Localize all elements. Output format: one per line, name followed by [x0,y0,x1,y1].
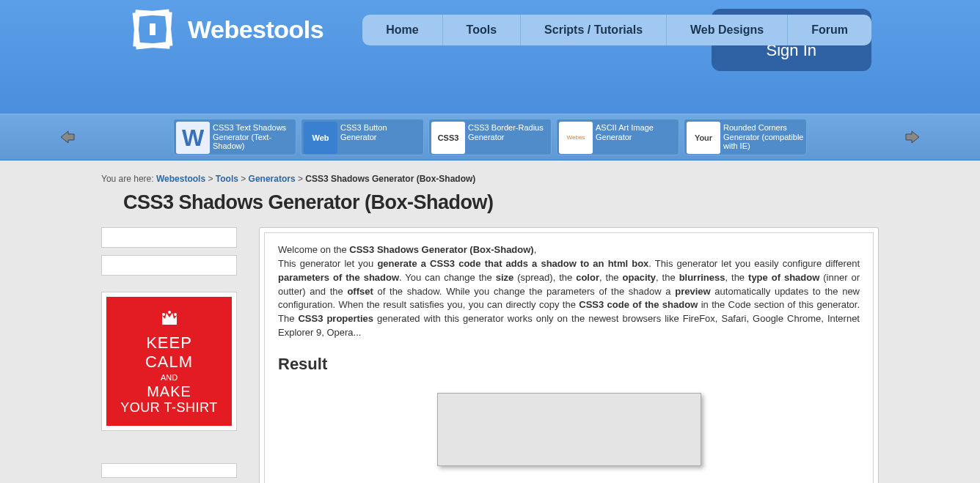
tool-label: CSS3 Button Generator [340,122,421,141]
shadow-preview-box [437,393,701,466]
svg-point-3 [162,313,165,316]
nav-home[interactable]: Home [362,15,442,45]
sidebar-ad-lower[interactable] [101,463,237,478]
sidebar: KEEP CALM AND MAKE YOUR T-SHIRT [101,227,237,478]
brand-logo-icon [131,7,175,51]
tool-card[interactable]: Webes ASCII Art Image Generator [556,119,679,155]
result-heading: Result [278,355,860,374]
tool-label: CSS3 Border-Radius Generator [468,122,549,141]
tool-thumb-icon: CSS3 [431,122,465,154]
breadcrumb-link[interactable]: Webestools [156,174,205,184]
svg-point-4 [168,311,171,314]
tools-carousel: W CSS3 Text Shadows Generator (Text-Shad… [0,114,980,161]
tool-card[interactable]: Your Rounded Corners Generator (compatib… [684,119,807,155]
brand-name: Webestools [188,15,323,44]
keep-calm-ad-image: KEEP CALM AND MAKE YOUR T-SHIRT [106,297,232,426]
tool-thumb-icon: Webes [559,122,593,154]
carousel-right-arrow-icon[interactable] [902,127,923,147]
nav-scripts[interactable]: Scripts / Tutorials [521,15,667,45]
tool-thumb-icon: W [176,122,210,154]
nav-webdesigns[interactable]: Web Designs [667,15,788,45]
tool-thumb-icon: Web [304,122,337,154]
page-title: CSS3 Shadows Generator (Box-Shadow) [101,191,879,214]
tool-label: Rounded Corners Generator (compatible wi… [723,122,804,151]
tool-card[interactable]: CSS3 CSS3 Border-Radius Generator [428,119,552,155]
breadcrumb-prefix: You are here: [101,174,154,184]
tool-card[interactable]: W CSS3 Text Shadows Generator (Text-Shad… [173,119,296,155]
site-header: Webestools Create Account Sign In Home T… [0,0,980,114]
carousel-left-arrow-icon[interactable] [57,127,78,147]
breadcrumb-current: CSS3 Shadows Generator (Box-Shadow) [305,174,475,184]
tool-label: ASCII Art Image Generator [596,122,676,141]
sidebar-ad[interactable]: KEEP CALM AND MAKE YOUR T-SHIRT [101,292,237,431]
tool-label: CSS3 Text Shadows Generator (Text-Shadow… [213,122,293,151]
svg-rect-2 [150,23,156,35]
breadcrumb-link[interactable]: Generators [249,174,296,184]
sidebar-slot [101,255,237,276]
tool-thumb-icon: Your [687,122,720,154]
sidebar-slot [101,227,237,248]
breadcrumb-link[interactable]: Tools [216,174,238,184]
svg-point-5 [174,313,177,316]
breadcrumb: You are here: Webestools > Tools > Gener… [101,171,879,191]
main-navigation: Home Tools Scripts / Tutorials Web Desig… [362,15,871,45]
main-panel: Welcome on the CSS3 Shadows Generator (B… [259,227,879,483]
intro-text: Welcome on the CSS3 Shadows Generator (B… [278,243,860,340]
nav-tools[interactable]: Tools [443,15,521,45]
nav-forum[interactable]: Forum [788,15,871,45]
tool-card[interactable]: Web CSS3 Button Generator [301,119,424,155]
